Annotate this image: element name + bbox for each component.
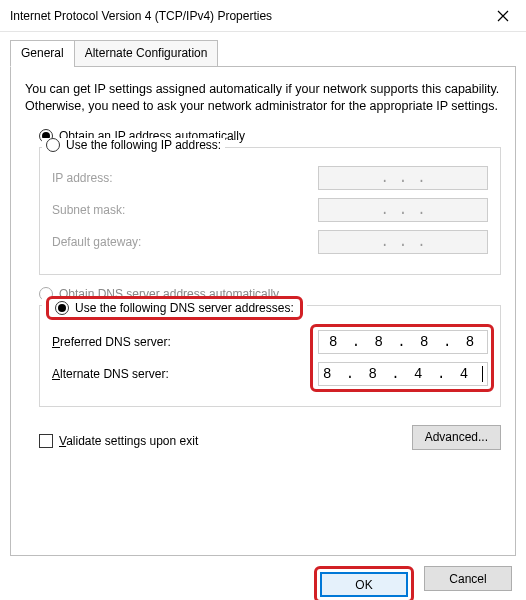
input-ip-address: ... (318, 166, 488, 190)
label-ip-address: IP address: (52, 171, 112, 185)
close-icon (497, 10, 509, 22)
checkbox-icon (39, 434, 53, 448)
highlight-ok: OK (314, 566, 414, 600)
input-preferred-dns[interactable]: 8 . 8 . 8 . 8 (318, 330, 488, 354)
radio-icon (55, 301, 69, 315)
label-preferred-dns: Preferred DNS server: (52, 335, 171, 349)
checkbox-validate-settings[interactable]: Validate settings upon exit (39, 434, 198, 448)
titlebar: Internet Protocol Version 4 (TCP/IPv4) P… (0, 0, 526, 32)
input-default-gateway: ... (318, 230, 488, 254)
tab-general[interactable]: General (10, 40, 75, 67)
label-alternate-dns: Alternate DNS server: (52, 367, 169, 381)
ok-button[interactable]: OK (320, 572, 408, 597)
tab-page-general: You can get IP settings assigned automat… (10, 66, 516, 556)
cancel-button[interactable]: Cancel (424, 566, 512, 591)
group-dns-manual: Use the following DNS server addresses: … (39, 305, 501, 407)
tab-alternate-configuration[interactable]: Alternate Configuration (74, 40, 219, 67)
radio-dns-manual-label: Use the following DNS server addresses: (75, 301, 294, 315)
advanced-button[interactable]: Advanced... (412, 425, 501, 450)
input-alternate-dns[interactable]: 8 . 8 . 4 . 4 (318, 362, 488, 386)
close-button[interactable] (480, 0, 526, 32)
window-title: Internet Protocol Version 4 (TCP/IPv4) P… (10, 9, 480, 23)
input-subnet-mask: ... (318, 198, 488, 222)
checkbox-validate-label: Validate settings upon exit (59, 434, 198, 448)
label-default-gateway: Default gateway: (52, 235, 141, 249)
intro-text: You can get IP settings assigned automat… (25, 81, 501, 115)
dialog-client: General Alternate Configuration You can … (0, 32, 526, 600)
label-subnet-mask: Subnet mask: (52, 203, 125, 217)
radio-dns-manual[interactable]: Use the following DNS server addresses: (42, 296, 307, 320)
radio-ip-manual-label: Use the following IP address: (66, 138, 221, 152)
text-caret (482, 366, 483, 382)
radio-ip-manual[interactable]: Use the following IP address: (42, 138, 225, 152)
tabstrip: General Alternate Configuration (10, 40, 516, 66)
dialog-buttons: OK Cancel (10, 566, 512, 600)
group-ip-manual: Use the following IP address: IP address… (39, 147, 501, 275)
radio-icon (46, 138, 60, 152)
